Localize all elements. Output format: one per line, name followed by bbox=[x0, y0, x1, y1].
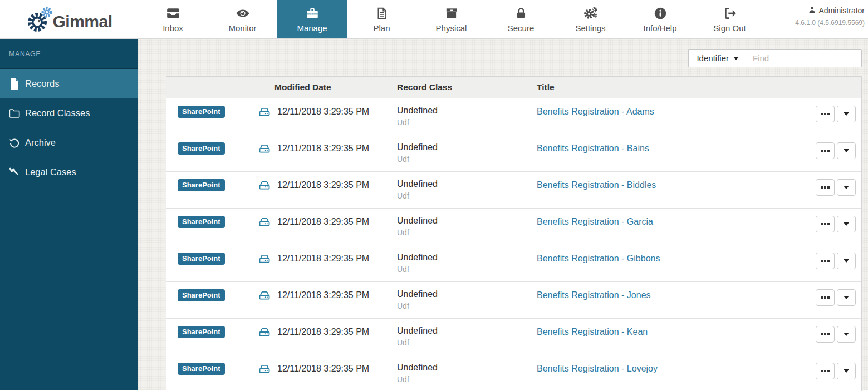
nav-item-secure[interactable]: Secure bbox=[486, 0, 556, 38]
app-version: 4.6.1.0 (4.5.6919.5569) bbox=[795, 19, 865, 27]
modified-date-cell: 12/11/2018 3:29:35 PM bbox=[258, 172, 397, 194]
title-cell: Benefits Registration - Garcia bbox=[537, 209, 795, 227]
nav-item-plan[interactable]: Plan bbox=[347, 0, 416, 38]
nav-label: Monitor bbox=[228, 23, 256, 33]
record-title-link[interactable]: Benefits Registration - Jones bbox=[537, 289, 651, 300]
table-row: SharePoint 12/11/2018 3:29:35 PM Undefin… bbox=[166, 209, 861, 245]
record-title-link[interactable]: Benefits Registration - Adams bbox=[537, 106, 654, 117]
gimmal-logo[interactable]: Gimmal bbox=[0, 0, 138, 38]
modified-date-value: 12/11/2018 3:29:35 PM bbox=[277, 289, 369, 300]
current-user[interactable]: Administrator bbox=[795, 6, 865, 16]
modified-date-cell: 12/11/2018 3:29:35 PM bbox=[258, 355, 397, 377]
nav-item-settings[interactable]: Settings bbox=[556, 0, 625, 38]
nav-item-monitor[interactable]: Monitor bbox=[208, 0, 277, 38]
record-title-link[interactable]: Benefits Registration - Bains bbox=[537, 142, 649, 154]
record-class-detail: Udf bbox=[397, 338, 537, 347]
more-options-button[interactable] bbox=[816, 216, 835, 232]
record-class-detail: Udf bbox=[397, 301, 537, 310]
more-options-button[interactable] bbox=[816, 179, 835, 196]
record-class-cell: Undefined Udf bbox=[397, 135, 537, 164]
nav-label: Plan bbox=[373, 23, 390, 33]
column-header-title: Title bbox=[537, 82, 795, 92]
table-header-row: Modified Date Record Class Title bbox=[166, 77, 861, 98]
record-title-link[interactable]: Benefits Registration - Biddles bbox=[537, 179, 656, 190]
record-class-detail: Udf bbox=[397, 228, 537, 237]
brand-name: Gimmal bbox=[52, 12, 112, 31]
nav-item-sign-out[interactable]: Sign Out bbox=[695, 0, 764, 38]
hard-drive-icon bbox=[258, 363, 271, 377]
record-title-link[interactable]: Benefits Registration - Garcia bbox=[537, 216, 653, 227]
caret-down-icon bbox=[844, 149, 849, 152]
row-dropdown-button[interactable] bbox=[837, 216, 856, 232]
sidebar-item-legal-cases[interactable]: Legal Cases bbox=[0, 157, 138, 187]
sidebar-item-archive[interactable]: Archive bbox=[0, 128, 138, 157]
record-class-value: Undefined bbox=[397, 179, 537, 189]
briefcase-icon bbox=[305, 6, 320, 21]
actions-cell bbox=[795, 209, 861, 232]
nav-label: Info/Help bbox=[643, 23, 676, 33]
nav-item-physical[interactable]: Physical bbox=[416, 0, 486, 38]
row-dropdown-button[interactable] bbox=[837, 142, 856, 159]
find-input[interactable] bbox=[747, 49, 862, 67]
gimmal-gear-icon bbox=[26, 5, 55, 34]
record-class-detail: Udf bbox=[397, 191, 537, 200]
row-dropdown-button[interactable] bbox=[837, 326, 856, 343]
record-title-link[interactable]: Benefits Registration - Kean bbox=[537, 326, 648, 337]
table-row: SharePoint 12/11/2018 3:29:35 PM Undefin… bbox=[166, 319, 861, 355]
row-dropdown-button[interactable] bbox=[837, 289, 856, 306]
modified-date-cell: 12/11/2018 3:29:35 PM bbox=[258, 209, 397, 230]
more-options-button[interactable] bbox=[816, 106, 835, 122]
actions-cell bbox=[795, 135, 861, 159]
caret-down-icon bbox=[844, 186, 849, 189]
more-options-button[interactable] bbox=[816, 363, 835, 379]
identifier-filter-dropdown[interactable]: Identifier bbox=[688, 49, 747, 67]
actions-cell bbox=[795, 355, 861, 379]
modified-date-value: 12/11/2018 3:29:35 PM bbox=[277, 106, 369, 117]
ellipsis-icon bbox=[821, 150, 830, 152]
more-options-button[interactable] bbox=[816, 326, 835, 343]
user-info: Administrator 4.6.1.0 (4.5.6919.5569) bbox=[795, 6, 865, 27]
more-options-button[interactable] bbox=[816, 142, 835, 159]
nav-label: Inbox bbox=[163, 23, 183, 33]
record-class-value: Undefined bbox=[397, 253, 537, 263]
sidebar-item-records[interactable]: Records bbox=[0, 69, 138, 98]
record-class-detail: Udf bbox=[397, 118, 537, 127]
caret-down-icon bbox=[844, 333, 849, 336]
records-table: Modified Date Record Class Title SharePo… bbox=[166, 76, 862, 391]
sharepoint-badge: SharePoint bbox=[178, 179, 225, 191]
actions-cell bbox=[795, 172, 861, 196]
nav-item-info-help[interactable]: Info/Help bbox=[625, 0, 695, 38]
row-dropdown-button[interactable] bbox=[837, 179, 856, 196]
record-class-detail: Udf bbox=[397, 265, 537, 274]
nav-item-manage[interactable]: Manage bbox=[277, 0, 347, 38]
ellipsis-icon bbox=[821, 370, 830, 372]
hard-drive-icon bbox=[258, 216, 271, 230]
person-icon bbox=[808, 6, 816, 16]
source-cell: SharePoint bbox=[166, 172, 258, 191]
modified-date-value: 12/11/2018 3:29:35 PM bbox=[277, 363, 369, 374]
source-cell: SharePoint bbox=[166, 282, 258, 301]
content-area: Identifier Modified Date Record Class Ti… bbox=[138, 39, 868, 390]
row-dropdown-button[interactable] bbox=[837, 106, 856, 122]
more-options-button[interactable] bbox=[816, 289, 835, 306]
record-class-value: Undefined bbox=[397, 289, 537, 299]
record-class-cell: Undefined Udf bbox=[397, 319, 537, 347]
actions-cell bbox=[795, 245, 861, 269]
modified-date-cell: 12/11/2018 3:29:35 PM bbox=[258, 245, 397, 267]
table-row: SharePoint 12/11/2018 3:29:35 PM Undefin… bbox=[166, 98, 861, 135]
nav-label: Settings bbox=[575, 23, 605, 33]
modified-date-value: 12/11/2018 3:29:35 PM bbox=[277, 253, 369, 264]
record-title-link[interactable]: Benefits Registration - Gibbons bbox=[537, 253, 660, 264]
sidebar-item-record-classes[interactable]: Record Classes bbox=[0, 98, 138, 128]
source-cell: SharePoint bbox=[166, 319, 258, 338]
box-icon bbox=[444, 6, 459, 21]
nav-item-inbox[interactable]: Inbox bbox=[138, 0, 208, 38]
more-options-button[interactable] bbox=[816, 253, 835, 269]
row-dropdown-button[interactable] bbox=[837, 253, 856, 269]
sidebar-item-label: Record Classes bbox=[25, 108, 90, 118]
modified-date-value: 12/11/2018 3:29:35 PM bbox=[277, 142, 369, 154]
caret-down-icon bbox=[844, 369, 849, 373]
ellipsis-icon bbox=[821, 296, 830, 299]
record-title-link[interactable]: Benefits Registration - Lovejoy bbox=[537, 363, 658, 374]
row-dropdown-button[interactable] bbox=[837, 363, 856, 379]
